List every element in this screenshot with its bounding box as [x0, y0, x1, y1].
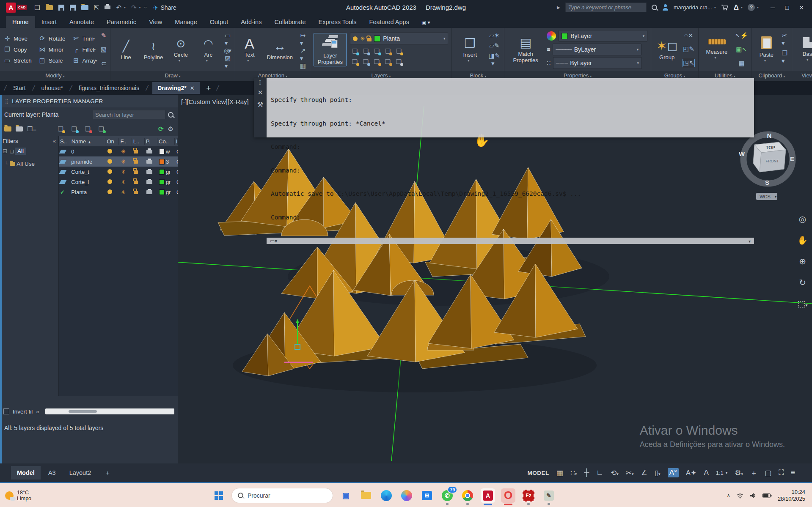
plot-icon[interactable] — [81, 5, 88, 10]
layer-isolate-icon[interactable]: ❏ — [361, 47, 370, 56]
layer-freeze-icon[interactable]: ❏ — [372, 47, 381, 56]
new-layer-icon[interactable]: ❏ — [56, 124, 65, 134]
offset-icon[interactable]: ⊂ — [101, 60, 107, 67]
line-button[interactable]: ╱Line — [114, 39, 138, 60]
object-snap-icon[interactable]: ▯▾ — [655, 469, 661, 477]
layer-row-0[interactable]: 0 ✳ w Conti — [59, 146, 178, 156]
command-window-close-icon[interactable]: ✕ — [258, 89, 263, 96]
layer-table-hscrollbar[interactable] — [45, 408, 174, 414]
set-current-layer-icon[interactable]: ❏ — [96, 124, 106, 134]
panel-label-draw[interactable]: Draw▾ — [110, 71, 235, 81]
help-search-input[interactable] — [565, 3, 647, 12]
command-window-wrench-icon[interactable]: ⚒ — [257, 101, 263, 109]
invert-filter-checkbox[interactable] — [3, 408, 9, 414]
gimp-button[interactable]: ✎ — [542, 488, 556, 503]
arc-button[interactable]: ◠Arc▾ — [196, 36, 220, 63]
workspace-switching-icon[interactable]: ⚙▾ — [735, 469, 743, 477]
signed-in-user[interactable]: margarida.cra... — [674, 4, 712, 11]
wifi-icon[interactable] — [736, 493, 744, 499]
chrome-button[interactable] — [460, 488, 475, 503]
erase-icon[interactable]: ✎ — [101, 32, 107, 39]
polar-tracking-icon[interactable]: ⟲▾ — [611, 469, 619, 477]
layer-states-manager-icon[interactable]: ❒≡ — [27, 125, 36, 133]
dimension-button[interactable]: ↔Dimension — [264, 39, 296, 60]
layer-unlock2-icon[interactable]: ❏ — [383, 57, 392, 66]
show-motion-icon[interactable]: ⬚▾ — [797, 299, 808, 309]
layer-unisolate-icon[interactable]: ❏ — [361, 57, 370, 66]
undo-icon[interactable]: ↶ — [116, 4, 121, 11]
tab-manage[interactable]: Manage — [168, 16, 203, 28]
new-file-icon[interactable]: ❏ — [34, 4, 40, 11]
layer-row-corte-l[interactable]: Corte_l ✳ gr Conti — [59, 177, 178, 187]
cut-icon[interactable]: ✂ ▾ — [781, 32, 788, 47]
linetype-combo[interactable]: ─ ─ ─ByLayer▾ — [553, 57, 642, 69]
annotation-scale-icon[interactable]: A — [704, 469, 708, 477]
navigation-wheel-icon[interactable]: ◎ — [797, 214, 808, 224]
copy-button[interactable]: ❐Copy — [3, 46, 32, 53]
isolate-objects-icon[interactable]: ▢ — [765, 469, 771, 477]
help-dropdown-icon[interactable]: ▾ — [757, 5, 759, 9]
hatch-icon[interactable]: ▨ ▾ — [224, 55, 232, 70]
tab-express-tools[interactable]: Express Tools — [312, 16, 363, 28]
layer-row-piramide[interactable]: piramide ✳ 3 Conti — [59, 156, 178, 167]
layer-walk-icon[interactable]: ❏ — [394, 57, 403, 66]
customize-qat-icon[interactable]: ≂ — [143, 5, 147, 10]
polyline-button[interactable]: ≀Polyline — [141, 39, 165, 60]
panel-label-clipboard[interactable]: Clipboard▾ — [752, 71, 791, 81]
autodesk-account-icon[interactable]: Δ — [734, 3, 739, 12]
whatsapp-button[interactable]: ✆79 — [440, 488, 454, 503]
tab-parametric[interactable]: Parametric — [100, 16, 143, 28]
new-property-filter-icon[interactable] — [4, 126, 11, 132]
array-button[interactable]: ⊞Array▾ — [72, 57, 97, 64]
redo-icon[interactable]: ↷ — [131, 4, 137, 11]
opera-button[interactable]: O — [501, 488, 515, 503]
close-button[interactable]: ✕ — [795, 4, 808, 11]
layer-properties-button[interactable]: Layer Properties — [314, 33, 347, 66]
measure-button[interactable]: Measure▾ — [702, 39, 732, 60]
new-layout-button[interactable]: ＋ — [99, 466, 117, 480]
layer-combo[interactable]: ✳ Planta ▾ — [350, 33, 448, 44]
save-icon[interactable] — [58, 5, 64, 11]
volume-icon[interactable] — [750, 493, 757, 499]
autoscale-icon[interactable]: A✦ — [686, 469, 697, 477]
collapse-bottom-icon[interactable]: « — [36, 408, 39, 415]
print-icon[interactable] — [105, 5, 110, 9]
tab-add-ins[interactable]: Add-ins — [234, 16, 268, 28]
autocad-app-menu[interactable]: A CAD — [6, 3, 27, 13]
annotation-monitor-icon[interactable]: ＋ — [750, 468, 757, 478]
filter-all[interactable]: ⊟ ❏All — [3, 148, 56, 158]
file-explorer-button[interactable] — [359, 488, 373, 503]
edit-block-icon[interactable]: ▱✎ — [488, 42, 501, 49]
ortho-toggle-icon[interactable]: ∟ — [596, 469, 603, 477]
leader-icon[interactable]: ↗ ▾ — [299, 47, 306, 62]
object-snap-tracking-icon[interactable]: ∠ — [641, 469, 647, 477]
table-icon[interactable]: ▦ — [299, 62, 306, 70]
layer-match-icon[interactable]: ❏ — [394, 47, 403, 56]
circle-button[interactable]: ⊙Circle▾ — [169, 36, 193, 63]
file-tab-drawing2[interactable]: Drawing2* ✕ — [152, 82, 199, 94]
cart-icon[interactable] — [721, 4, 729, 11]
block-attributes-icon[interactable]: ◨✎ ▾ — [488, 52, 501, 67]
taskbar-search[interactable]: Procurar — [232, 488, 333, 503]
delete-layer-icon[interactable]: ❏ — [83, 124, 92, 134]
search-expand-icon[interactable]: ▶ — [557, 5, 560, 10]
task-view-button[interactable]: ▣ — [339, 488, 353, 503]
mobile-upload-icon[interactable]: ⇱ — [94, 4, 99, 11]
scale-button[interactable]: ◰Scale — [39, 57, 66, 64]
edge-button[interactable] — [379, 488, 394, 503]
share-button[interactable]: ✈ Share — [153, 4, 176, 11]
group-selection-icon[interactable]: ◳↖ — [683, 59, 695, 67]
isometric-drafting-icon[interactable]: ✂▾ — [626, 469, 634, 477]
group-edit-icon[interactable]: ◰✎ — [683, 45, 695, 53]
panel-label-view[interactable]: View▾ — [792, 71, 812, 81]
help-icon[interactable]: ? — [748, 4, 755, 11]
grid-toggle-icon[interactable]: ▦ — [556, 469, 563, 477]
layer-turn-on-icon[interactable]: ❏ — [350, 57, 359, 66]
tab-annotate[interactable]: Annotate — [63, 16, 100, 28]
move-button[interactable]: ✛Move — [3, 35, 32, 42]
rotate-button[interactable]: ⟳Rotate — [39, 35, 66, 42]
collapse-filters-icon[interactable]: « — [52, 138, 56, 144]
object-color-combo[interactable]: ByLayer▾ — [559, 30, 647, 42]
layer-table-header[interactable]: S.. Name ▲ On F.. L.. P. Co.. Linet — [59, 136, 178, 146]
command-input-row[interactable]: ▭▾ ▾ — [267, 238, 754, 244]
